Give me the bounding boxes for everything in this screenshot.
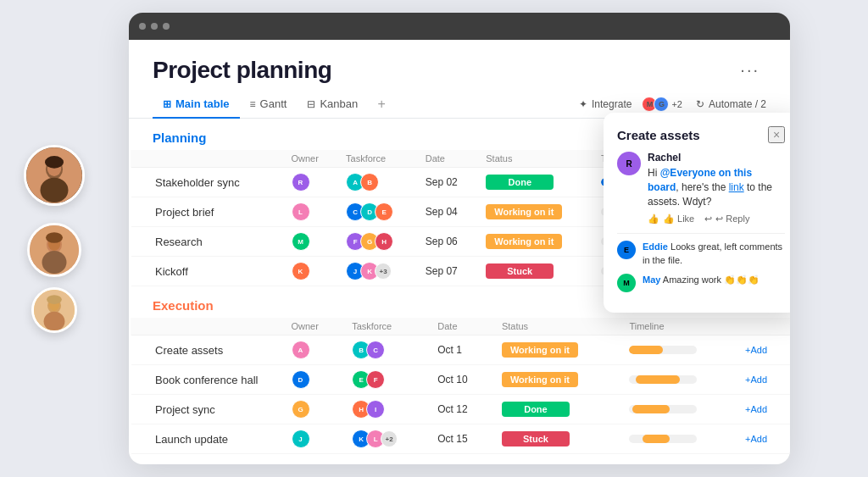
avatar-1 [24, 145, 85, 206]
avatar-3 [31, 287, 77, 333]
task-dependent: +Add [737, 395, 790, 424]
avatar: K [292, 262, 310, 280]
task-status: Working on it [493, 365, 620, 395]
comment-author: Rachel [648, 152, 785, 164]
task-date: Oct 15 [429, 424, 493, 454]
task-name: Stakeholder sync [131, 168, 283, 197]
floating-avatars [24, 145, 85, 333]
task-dependent: +Add [737, 424, 790, 454]
tab-kanban[interactable]: ⊟ Kanban [297, 91, 368, 119]
assets-link[interactable]: link [729, 181, 744, 193]
task-date: Sep 04 [417, 197, 478, 227]
col-owner-planning: Owner [283, 150, 338, 168]
popup-title: Create assets [617, 128, 700, 142]
comment-actions: 👍 👍 Like ↩ ↩ Reply [648, 214, 785, 225]
status-badge: Working on it [502, 372, 578, 387]
table-row: Create assets A B C Oct 1 [131, 336, 791, 365]
like-label: 👍 Like [663, 214, 694, 225]
task-timeline [620, 424, 737, 454]
reply-author-may: May [643, 275, 660, 285]
task-status: Working on it [493, 336, 620, 365]
col-task-name-planning [131, 150, 283, 168]
add-dependent-button[interactable]: +Add [745, 404, 767, 414]
owner-avatar-group: A [292, 341, 336, 359]
status-badge: Done [486, 175, 554, 190]
title-bar [129, 13, 790, 40]
avatar: D [292, 370, 310, 389]
tab-gantt[interactable]: ≡ Gantt [240, 91, 298, 119]
timeline-bar-container [629, 405, 697, 413]
col-task-name-execution [131, 318, 283, 336]
avatar: J [292, 430, 310, 448]
svg-point-7 [42, 250, 67, 273]
tabs-right: ✦ Integrate M G +2 ↻ Automate / 2 [579, 97, 766, 112]
automate-button[interactable]: ↻ Automate / 2 [696, 98, 766, 110]
task-dependent: +Add [737, 336, 790, 365]
reply-icon: ↩ [704, 214, 712, 225]
table-row: Book conference hall D E F O [131, 365, 791, 395]
reply-2: M May Amazing work 👏👏👏 [617, 274, 785, 292]
like-button[interactable]: 👍 👍 Like [648, 214, 694, 225]
comment-popup: Create assets × R Rachel Hi @Everyone on… [604, 113, 790, 313]
status-badge: Done [502, 402, 570, 417]
reply-avatar-may: M [617, 274, 636, 292]
col-status-planning: Status [477, 150, 593, 168]
execution-header-row: Owner Taskforce Date Status Timeline [131, 318, 791, 336]
task-name: Kickoff [131, 257, 283, 286]
status-badge: Working on it [486, 234, 562, 249]
integrate-button[interactable]: ✦ Integrate [579, 98, 632, 110]
dot-2 [151, 23, 158, 30]
task-taskforce: B C [343, 336, 429, 365]
task-name: Project sync [131, 395, 283, 424]
task-status: Working on it [477, 227, 593, 257]
integrate-label: Integrate [592, 98, 632, 110]
timeline-bar-container [629, 346, 697, 354]
timeline-bar-container [629, 435, 697, 443]
task-timeline [620, 395, 737, 424]
task-status: Working on it [477, 197, 593, 227]
task-owner: L [283, 197, 338, 227]
tab-main-table[interactable]: ⊞ Main table [153, 91, 240, 119]
add-dependent-button[interactable]: +Add [745, 434, 767, 444]
like-icon: 👍 [648, 214, 659, 225]
extra-count: +3 [375, 263, 392, 280]
timeline-bar [643, 435, 670, 443]
add-dependent-button[interactable]: +Add [745, 345, 767, 355]
reply-button[interactable]: ↩ ↩ Reply [704, 214, 749, 225]
svg-point-12 [44, 311, 65, 330]
integration-avatars[interactable]: M G +2 [645, 97, 682, 112]
owner-avatar-group: R [292, 173, 330, 191]
timeline-bar-container [629, 375, 697, 384]
task-taskforce: K L +2 [343, 424, 429, 454]
task-owner: A [283, 336, 344, 365]
integration-count: +2 [671, 99, 682, 109]
main-card: Project planning ··· ⊞ Main table ≡ Gant… [129, 13, 790, 464]
task-date: Oct 12 [429, 395, 493, 424]
task-taskforce: H I [343, 395, 429, 424]
scene: Project planning ··· ⊞ Main table ≡ Gant… [0, 0, 868, 477]
col-date-execution: Date [429, 318, 493, 336]
status-badge: Working on it [486, 204, 562, 219]
task-name: Create assets [131, 336, 283, 365]
avatar: M [292, 232, 310, 251]
avatar: H [375, 232, 393, 251]
taskforce-avatar-group: K L +2 [352, 430, 420, 448]
owner-avatar-group: M [292, 232, 330, 251]
avatar: A [292, 341, 310, 359]
reply-1: E Eddie Looks great, left comments in th… [617, 241, 785, 267]
table-row: Launch update J K L +2 [131, 424, 791, 454]
add-tab-button[interactable]: + [371, 94, 392, 114]
automate-label: Automate / 2 [709, 98, 766, 110]
reply-label: ↩ Reply [715, 214, 749, 225]
svg-point-9 [46, 232, 63, 243]
task-name: Project brief [131, 197, 283, 227]
avatar: F [366, 370, 385, 389]
add-dependent-button[interactable]: +Add [745, 374, 767, 385]
popup-close-button[interactable]: × [768, 126, 785, 143]
main-comment: R Rachel Hi @Everyone on this board, her… [617, 152, 785, 225]
task-dependent: +Add [737, 365, 790, 395]
comment-body: Rachel Hi @Everyone on this board, here'… [648, 152, 785, 225]
task-owner: D [283, 365, 344, 395]
col-owner-execution: Owner [283, 318, 344, 336]
more-options-button[interactable]: ··· [733, 57, 766, 83]
